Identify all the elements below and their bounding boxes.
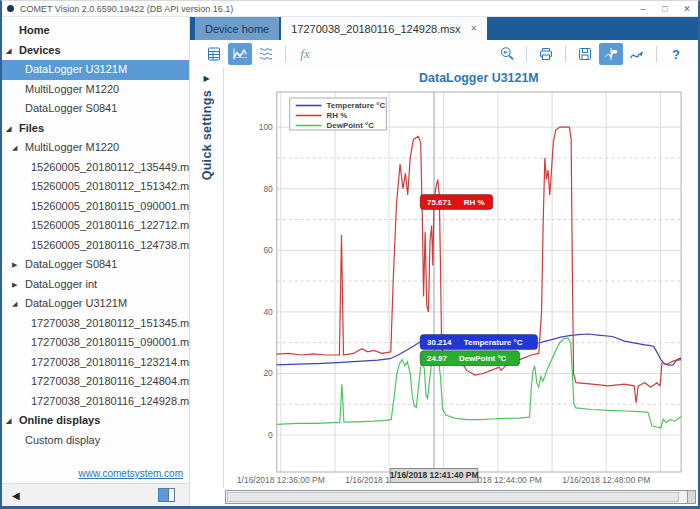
toolbar-separator <box>656 46 657 62</box>
tree-item-label: DataLogger int <box>25 278 97 290</box>
main-area: Device home 17270038_20180116_124928.msx… <box>190 17 698 506</box>
zoom-reset-button[interactable] <box>495 43 519 65</box>
export-button[interactable] <box>573 43 597 65</box>
chart-panel: DataLogger U3121M0204060801001/16/2018 1… <box>224 68 698 488</box>
tree-item-label: 15260005_20180116_124738.msx <box>31 239 189 251</box>
print-button[interactable] <box>534 43 558 65</box>
show-values-icon <box>603 46 619 62</box>
x-axis-tick-label: 1/16/2018 12:48:00 PM <box>562 475 650 485</box>
tree-item-label: Files <box>19 122 44 134</box>
show-values-button[interactable] <box>599 43 623 65</box>
function-view-button[interactable]: fx <box>293 43 317 65</box>
window-controls: – □ ✕ <box>632 2 698 16</box>
multi-graph-view-icon <box>258 46 274 62</box>
tree-item-label: Devices <box>19 44 61 56</box>
tree-item-15260005-20180116-122712-msx[interactable]: 15260005_20180116_122712.msx <box>2 216 189 236</box>
legend-label: Temperature °C <box>327 101 386 110</box>
tree-item-datalogger-u3121m[interactable]: ◢DataLogger U3121M <box>2 294 189 314</box>
tab-bar: Device home 17270038_20180116_124928.msx… <box>190 17 698 40</box>
tree-item-17270038-20180116-123214-msx[interactable]: 17270038_20180116_123214.msx <box>2 353 189 373</box>
multi-graph-view-button[interactable] <box>254 43 278 65</box>
tree-item-online-displays[interactable]: ◢Online displays <box>2 411 189 431</box>
close-tab-icon[interactable]: ✕ <box>470 24 477 33</box>
expander-open-icon[interactable]: ◢ <box>12 294 17 314</box>
y-axis-tick-label: 40 <box>263 307 273 317</box>
tree-item-label: Home <box>19 24 50 36</box>
tree-item-files[interactable]: ◢Files <box>2 119 189 139</box>
tree-item-datalogger-int[interactable]: ▶DataLogger int <box>2 275 189 295</box>
expander-open-icon[interactable]: ◢ <box>6 411 11 431</box>
y-axis-tick-label: 80 <box>263 184 273 194</box>
help-button[interactable]: ? <box>664 43 688 65</box>
minimize-icon[interactable]: – <box>632 2 654 16</box>
tree-item-custom-display[interactable]: Custom display <box>2 431 189 451</box>
tree-item-label: 15260005_20180112_135449.msx <box>31 161 189 173</box>
toolbar-right-group: ? <box>495 43 688 65</box>
toolbar-separator <box>526 46 527 62</box>
tree-item-label: MultiLogger M1220 <box>25 83 119 95</box>
tab-device-home[interactable]: Device home <box>195 17 279 40</box>
tab-data-file[interactable]: 17270038_20180116_124928.msx ✕ <box>281 17 487 40</box>
y-axis-tick-label: 20 <box>263 368 273 378</box>
export-icon <box>577 46 593 62</box>
panel-toggle-icon[interactable] <box>158 488 175 502</box>
smooth-curve-icon <box>629 46 645 62</box>
website-link[interactable]: www.cometsystem.com <box>79 468 183 479</box>
chart[interactable]: DataLogger U3121M0204060801001/16/2018 1… <box>224 68 697 489</box>
scrollbar-corner <box>688 490 696 504</box>
print-icon <box>538 46 554 62</box>
tree-item-multilogger-m1220[interactable]: ◢MultiLogger M1220 <box>2 138 189 158</box>
tab-label: Device home <box>205 23 269 35</box>
expander-closed-icon[interactable]: ▶ <box>12 275 17 295</box>
toolbar: fx ? <box>190 40 698 68</box>
tree-item-17270038-20180116-124928-msx[interactable]: 17270038_20180116_124928.msx <box>2 392 189 412</box>
table-view-icon <box>206 46 222 62</box>
legend-label: RH % <box>327 111 348 120</box>
plot-border <box>277 92 681 472</box>
tree-item-devices[interactable]: ◢Devices <box>2 41 189 61</box>
expander-open-icon[interactable]: ◢ <box>6 119 11 139</box>
tree-item-home[interactable]: Home <box>2 21 189 41</box>
tree-item-datalogger-s0841[interactable]: ▶DataLogger S0841 <box>2 255 189 275</box>
tree-item-17270038-20180116-124804-msx[interactable]: 17270038_20180116_124804.msx <box>2 372 189 392</box>
expander-open-icon[interactable]: ◢ <box>6 41 11 61</box>
graph-view-icon <box>232 46 248 62</box>
tree-item-15260005-20180116-124738-msx[interactable]: 15260005_20180116_124738.msx <box>2 236 189 256</box>
tree-item-multilogger-m1220[interactable]: MultiLogger M1220 <box>2 80 189 100</box>
value-badge-value: 75.671 <box>427 198 452 207</box>
expander-open-icon[interactable]: ◢ <box>12 138 17 158</box>
expander-closed-icon[interactable]: ▶ <box>12 255 17 275</box>
collapse-sidebar-icon[interactable]: ◀ <box>12 490 20 501</box>
smooth-curve-button[interactable] <box>625 43 649 65</box>
tree-item-17270038-20180112-151345-msx[interactable]: 17270038_20180112_151345.msx <box>2 314 189 334</box>
tree-item-15260005-20180112-151342-msx[interactable]: 15260005_20180112_151342.msx <box>2 177 189 197</box>
value-badge-series: RH % <box>464 198 485 207</box>
navigation-tree: Home◢DevicesDataLogger U3121MMultiLogger… <box>2 17 189 467</box>
scrollbar-thumb[interactable] <box>227 492 679 502</box>
tree-item-datalogger-u3121m[interactable]: DataLogger U3121M <box>2 60 189 80</box>
maximize-icon[interactable]: □ <box>654 2 676 16</box>
scrollbar-track[interactable] <box>225 490 688 504</box>
tree-item-label: 15260005_20180115_090001.msx <box>31 200 189 212</box>
table-view-button[interactable] <box>202 43 226 65</box>
y-axis-tick-label: 60 <box>263 245 273 255</box>
tree-item-label: 15260005_20180112_151342.msx <box>31 180 189 192</box>
content-area: ▶ Quick settings DataLogger U3121M020406… <box>190 68 698 488</box>
tab-label: 17270038_20180116_124928.msx <box>291 23 460 35</box>
close-icon[interactable]: ✕ <box>676 2 698 16</box>
window-title: COMET Vision 2.0.6590.19422 (DB API vers… <box>20 4 233 14</box>
tree-item-datalogger-s0841[interactable]: DataLogger S0841 <box>2 99 189 119</box>
tree-item-17270038-20180115-090001-msx[interactable]: 17270038_20180115_090001.msx <box>2 333 189 353</box>
tree-item-15260005-20180112-135449-msx[interactable]: 15260005_20180112_135449.msx <box>2 158 189 178</box>
tree-item-label: 17270038_20180112_151345.msx <box>31 317 189 329</box>
app-window: COMET Vision 2.0.6590.19422 (DB API vers… <box>0 0 700 509</box>
tree-item-15260005-20180115-090001-msx[interactable]: 15260005_20180115_090001.msx <box>2 197 189 217</box>
quick-settings-panel[interactable]: ▶ Quick settings <box>190 68 224 488</box>
graph-view-button[interactable] <box>228 43 252 65</box>
legend-label: DewPoint °C <box>327 121 375 130</box>
horizontal-scrollbar-row <box>190 488 698 506</box>
expand-quick-settings-icon: ▶ <box>203 74 209 83</box>
app-icon <box>7 5 14 12</box>
value-badge-value: 24.97 <box>427 354 447 363</box>
x-axis-tick-label: 1/16/2018 12:36:00 PM <box>237 475 325 485</box>
